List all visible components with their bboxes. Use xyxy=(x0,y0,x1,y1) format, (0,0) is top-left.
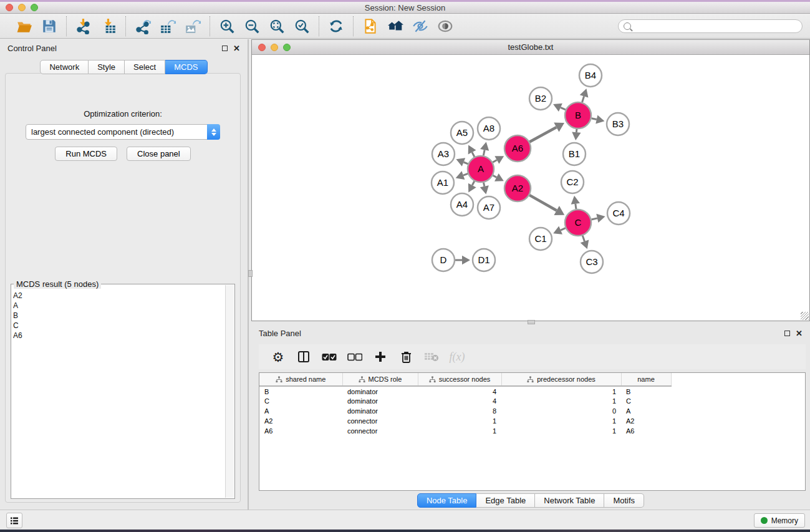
memory-button[interactable]: Memory xyxy=(754,513,805,528)
table-row[interactable]: Cdominator41C xyxy=(259,396,671,406)
edge-C-C3[interactable] xyxy=(582,236,584,241)
edge-A-A1[interactable] xyxy=(463,173,468,175)
cell[interactable]: 0 xyxy=(501,406,621,416)
result-scrollbar[interactable] xyxy=(225,285,234,498)
result-item-B[interactable]: B xyxy=(13,311,224,321)
graph-node-C[interactable]: C xyxy=(565,210,591,236)
graph-node-A7[interactable]: A7 xyxy=(478,196,500,219)
edge-C-C2[interactable] xyxy=(576,204,576,210)
column-header-successor-nodes[interactable]: successor nodes xyxy=(418,373,501,386)
bottom-scroll-handle[interactable] xyxy=(528,320,535,324)
graph-node-A2[interactable]: A2 xyxy=(504,175,531,201)
cell[interactable]: 1 xyxy=(418,426,501,436)
table-row[interactable]: A2connector11A2 xyxy=(259,416,671,426)
open-session-button[interactable] xyxy=(15,17,34,36)
cell[interactable]: B xyxy=(621,386,671,396)
cell[interactable]: 4 xyxy=(418,396,501,406)
home-button[interactable] xyxy=(386,17,405,36)
table-options-gear-button[interactable]: ⚙ xyxy=(270,349,286,365)
zoom-out-button[interactable] xyxy=(243,17,261,36)
tab-node-table[interactable]: Node Table xyxy=(417,493,477,508)
add-column-button[interactable] xyxy=(372,349,388,365)
zoom-in-button[interactable] xyxy=(218,17,236,36)
float-table-panel-icon[interactable] xyxy=(784,331,790,336)
graph-node-A6[interactable]: A6 xyxy=(504,135,531,162)
save-session-button[interactable] xyxy=(40,17,59,36)
import-network-button[interactable] xyxy=(74,17,93,36)
tab-network[interactable]: Network xyxy=(40,60,89,74)
column-header-name[interactable]: name xyxy=(621,373,671,386)
graph-node-B1[interactable]: B1 xyxy=(563,143,586,165)
show-graphics-details-button[interactable] xyxy=(436,17,455,36)
table-row[interactable]: Adominator80A xyxy=(259,406,671,416)
graph-node-A8[interactable]: A8 xyxy=(478,117,500,140)
cell[interactable]: C xyxy=(259,396,342,406)
close-panel-icon[interactable]: ✕ xyxy=(233,44,240,52)
column-header-predecessor-nodes[interactable]: predecessor nodes xyxy=(501,373,621,386)
cell[interactable]: A2 xyxy=(259,416,342,426)
cell[interactable]: 1 xyxy=(501,386,621,396)
run-mcds-button[interactable]: Run MCDS xyxy=(55,147,117,161)
left-scroll-handle[interactable] xyxy=(248,270,253,277)
table-row[interactable]: A6connector11A6 xyxy=(259,426,671,436)
cell[interactable]: dominator xyxy=(342,406,418,416)
tab-network-table[interactable]: Network Table xyxy=(535,493,604,508)
cell[interactable]: connector xyxy=(342,416,418,426)
cell[interactable]: A xyxy=(259,406,342,416)
cell[interactable]: connector xyxy=(342,426,418,436)
graph-node-A1[interactable]: A1 xyxy=(432,172,454,194)
edge-B-B1[interactable] xyxy=(576,129,577,132)
edge-A-A6[interactable] xyxy=(493,160,497,163)
hide-graphics-details-button[interactable] xyxy=(411,17,430,36)
tab-mcds[interactable]: MCDS xyxy=(165,60,207,74)
cell[interactable]: C xyxy=(621,396,671,406)
edge-A-A7[interactable] xyxy=(484,183,485,186)
graph-node-B2[interactable]: B2 xyxy=(529,87,552,110)
edge-B-B3[interactable] xyxy=(591,118,596,120)
cell[interactable]: 4 xyxy=(418,386,501,396)
search-input[interactable] xyxy=(635,22,797,31)
tab-select[interactable]: Select xyxy=(125,60,165,74)
edge-A2-C[interactable] xyxy=(529,195,557,211)
edge-C-C1[interactable] xyxy=(561,228,566,230)
graph-node-D1[interactable]: D1 xyxy=(473,249,495,271)
export-table-button[interactable] xyxy=(158,17,177,36)
edge-B-B2[interactable] xyxy=(561,107,566,110)
cell[interactable]: 1 xyxy=(501,426,621,436)
graph-node-D[interactable]: D xyxy=(432,249,455,271)
result-item-A[interactable]: A xyxy=(13,301,224,311)
graph-node-B[interactable]: B xyxy=(565,102,591,128)
result-item-A2[interactable]: A2 xyxy=(13,291,224,301)
network-canvas[interactable]: B4B2BB3A8A5A6A3B1AA1C2A2A4A7C4CC1DD1C3 xyxy=(252,56,809,321)
export-image-button[interactable] xyxy=(183,17,202,36)
resize-grip-icon[interactable] xyxy=(801,312,809,320)
graph-node-B3[interactable]: B3 xyxy=(607,113,629,135)
cell[interactable]: A xyxy=(621,406,671,416)
close-table-panel-icon[interactable]: ✕ xyxy=(796,329,803,337)
graph-node-C2[interactable]: C2 xyxy=(561,171,584,193)
edge-A-A2[interactable] xyxy=(493,175,496,177)
graph-node-A[interactable]: A xyxy=(468,156,494,182)
column-header-shared-name[interactable]: shared name xyxy=(259,373,342,386)
close-panel-button[interactable]: Close panel xyxy=(127,147,191,161)
cell[interactable]: 8 xyxy=(418,406,501,416)
cell[interactable]: 1 xyxy=(501,396,621,406)
edge-A-A4[interactable] xyxy=(472,181,474,185)
show-columns-button[interactable] xyxy=(296,349,312,365)
result-item-C[interactable]: C xyxy=(13,321,224,331)
edge-A-A8[interactable] xyxy=(483,150,485,155)
edge-A-A3[interactable] xyxy=(463,162,468,164)
graph-node-A3[interactable]: A3 xyxy=(432,143,455,165)
edge-A6-B[interactable] xyxy=(529,127,556,142)
tab-style[interactable]: Style xyxy=(89,60,125,74)
cell[interactable]: dominator xyxy=(342,396,418,406)
zoom-selected-button[interactable] xyxy=(292,17,311,36)
search-field[interactable] xyxy=(618,19,803,33)
tab-motifs[interactable]: Motifs xyxy=(604,493,644,508)
float-panel-icon[interactable] xyxy=(222,46,228,51)
cell[interactable]: dominator xyxy=(342,386,418,396)
zoom-fit-button[interactable] xyxy=(268,17,286,36)
refresh-button[interactable] xyxy=(327,17,345,36)
graph-node-B4[interactable]: B4 xyxy=(579,64,602,87)
graph-node-C1[interactable]: C1 xyxy=(529,228,552,250)
